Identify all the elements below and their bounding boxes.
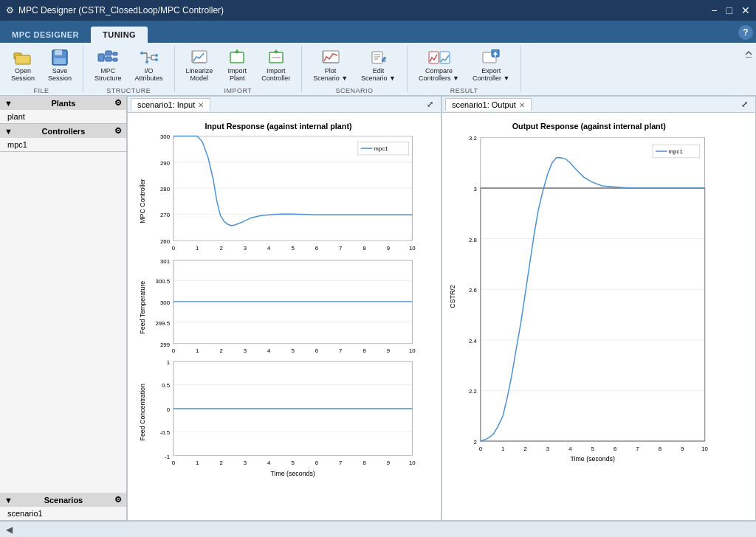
- left-plot-svg: Input Response (against internal plant) …: [131, 116, 426, 477]
- open-session-icon: [13, 49, 32, 66]
- io-attributes-button[interactable]: I/OAttributes: [130, 46, 168, 86]
- save-session-button[interactable]: SaveSession: [43, 46, 77, 86]
- sidebar-section-plants: ▼ Plants ⚙ plant: [0, 96, 126, 124]
- app-title: MPC Designer (CSTR_ClosedLoop/MPC Contro…: [18, 5, 224, 15]
- svg-text:mpc1: mpc1: [669, 148, 683, 155]
- import-controller-button[interactable]: ImportController: [256, 46, 295, 86]
- tab-tuning[interactable]: TUNING: [91, 27, 148, 43]
- sidebar-item-scenario1[interactable]: scenario1: [0, 507, 126, 520]
- svg-text:Time (seconds): Time (seconds): [570, 455, 614, 462]
- import-controller-label: ImportController: [261, 67, 290, 82]
- svg-text:1: 1: [167, 359, 170, 366]
- svg-text:7: 7: [339, 245, 342, 252]
- close-button[interactable]: ✕: [741, 4, 750, 16]
- open-session-label: OpenSession: [11, 67, 35, 82]
- svg-text:1: 1: [196, 347, 199, 354]
- scenarios-gear[interactable]: ⚙: [114, 495, 122, 505]
- svg-rect-6: [106, 51, 111, 55]
- svg-text:Feed Concentration: Feed Concentration: [139, 384, 146, 441]
- export-controller-button[interactable]: ExportController ▼: [467, 46, 515, 86]
- svg-text:3: 3: [244, 245, 247, 252]
- svg-text:8: 8: [362, 245, 366, 252]
- svg-text:-0.5: -0.5: [160, 429, 171, 436]
- compare-controllers-button[interactable]: CompareControllers ▼: [413, 46, 464, 86]
- sidebar-item-plant[interactable]: plant: [0, 110, 126, 123]
- svg-text:3.2: 3.2: [469, 135, 477, 142]
- import-plant-icon: [229, 49, 245, 66]
- svg-text:9: 9: [387, 347, 390, 354]
- svg-text:8: 8: [362, 347, 366, 354]
- statusbar: ◀: [0, 521, 756, 537]
- linearize-model-button[interactable]: LinearizeModel: [181, 46, 219, 86]
- left-plot-content: Input Response (against internal plant) …: [128, 113, 441, 520]
- svg-text:MPC Controller: MPC Controller: [139, 179, 146, 223]
- left-plot-tab[interactable]: scenario1: Input ✕: [131, 98, 210, 111]
- svg-text:10: 10: [409, 245, 416, 252]
- toolbar-collapse-button[interactable]: [741, 46, 756, 92]
- right-plot-tab-label: scenario1: Output: [452, 100, 516, 109]
- plants-gear[interactable]: ⚙: [114, 98, 122, 108]
- svg-text:300.5: 300.5: [155, 278, 170, 285]
- maximize-button[interactable]: □: [726, 4, 732, 16]
- svg-text:3: 3: [546, 446, 550, 452]
- svg-text:3: 3: [244, 347, 247, 354]
- compare-controllers-label: CompareControllers ▼: [419, 67, 459, 82]
- titlebar-left: ⚙ MPC Designer (CSTR_ClosedLoop/MPC Cont…: [6, 5, 224, 15]
- file-group-label: FILE: [34, 87, 49, 94]
- controllers-label: Controllers: [42, 127, 86, 136]
- titlebar-controls[interactable]: − □ ✕: [711, 4, 750, 16]
- svg-text:0: 0: [172, 460, 176, 466]
- scenarios-section-header[interactable]: ▼ Scenarios ⚙: [0, 493, 126, 507]
- svg-rect-7: [106, 57, 111, 61]
- mpc-structure-icon: [97, 49, 118, 66]
- toolbar-group-import: LinearizeModel ImportPlant: [175, 46, 303, 92]
- right-plot-close[interactable]: ✕: [519, 101, 525, 109]
- svg-text:2: 2: [523, 446, 526, 452]
- right-plot-maximize[interactable]: ⤢: [737, 98, 752, 111]
- toolbar-group-structure: MPCStructure: [83, 46, 175, 92]
- svg-text:299: 299: [160, 342, 170, 348]
- right-plot-svg: Output Response (against internal plant)…: [445, 116, 718, 477]
- svg-text:9: 9: [681, 446, 684, 452]
- plot-area: scenario1: Input ✕ ⤢ Input Response (aga…: [127, 96, 756, 521]
- left-plot-maximize[interactable]: ⤢: [422, 98, 438, 111]
- svg-text:0.5: 0.5: [162, 382, 171, 389]
- structure-group-label: STRUCTURE: [106, 87, 151, 94]
- toolbar-group-file: OpenSession SaveSession FILE: [0, 46, 83, 92]
- plot-scenario-button[interactable]: PlotScenario ▼: [308, 46, 353, 86]
- toolbar-group-result: CompareControllers ▼ ExportController ▼ …: [408, 46, 521, 92]
- plants-section-header[interactable]: ▼ Plants ⚙: [0, 96, 126, 110]
- open-session-button[interactable]: OpenSession: [6, 46, 40, 86]
- svg-text:3: 3: [474, 186, 478, 193]
- mpc-structure-button[interactable]: MPCStructure: [89, 46, 127, 86]
- plants-label: Plants: [51, 99, 75, 108]
- scenario-group-label: SCENARIO: [336, 87, 374, 94]
- svg-rect-1: [16, 55, 30, 64]
- right-plot-header: scenario1: Output ✕ ⤢: [442, 97, 755, 113]
- controllers-gear[interactable]: ⚙: [114, 126, 122, 136]
- svg-text:2: 2: [219, 347, 222, 354]
- svg-text:5: 5: [291, 245, 295, 252]
- sidebar-item-mpc1[interactable]: mpc1: [0, 138, 126, 151]
- svg-rect-9: [113, 58, 117, 61]
- sidebar-section-scenarios: ▼ Scenarios ⚙ scenario1: [0, 493, 126, 521]
- svg-text:1: 1: [501, 446, 504, 452]
- io-attributes-icon: [140, 49, 159, 66]
- mpc-structure-label: MPCStructure: [94, 67, 122, 82]
- svg-text:0: 0: [172, 245, 176, 252]
- left-plot-close[interactable]: ✕: [198, 101, 204, 109]
- edit-scenario-button[interactable]: EditScenario ▼: [356, 46, 401, 86]
- svg-text:10: 10: [409, 460, 416, 466]
- tab-mpc-designer[interactable]: MPC DESIGNER: [0, 27, 91, 43]
- statusbar-arrow[interactable]: ◀: [6, 524, 13, 535]
- svg-text:270: 270: [160, 212, 171, 218]
- help-button[interactable]: ?: [738, 25, 753, 40]
- import-plant-button[interactable]: ImportPlant: [221, 46, 253, 86]
- plots-container: scenario1: Input ✕ ⤢ Input Response (aga…: [127, 96, 756, 521]
- titlebar: ⚙ MPC Designer (CSTR_ClosedLoop/MPC Cont…: [0, 0, 756, 21]
- minimize-button[interactable]: −: [711, 4, 717, 16]
- controllers-section-header[interactable]: ▼ Controllers ⚙: [0, 124, 126, 138]
- right-plot-tab[interactable]: scenario1: Output ✕: [445, 98, 532, 111]
- svg-text:2.4: 2.4: [469, 338, 478, 344]
- export-controller-icon: [481, 49, 501, 66]
